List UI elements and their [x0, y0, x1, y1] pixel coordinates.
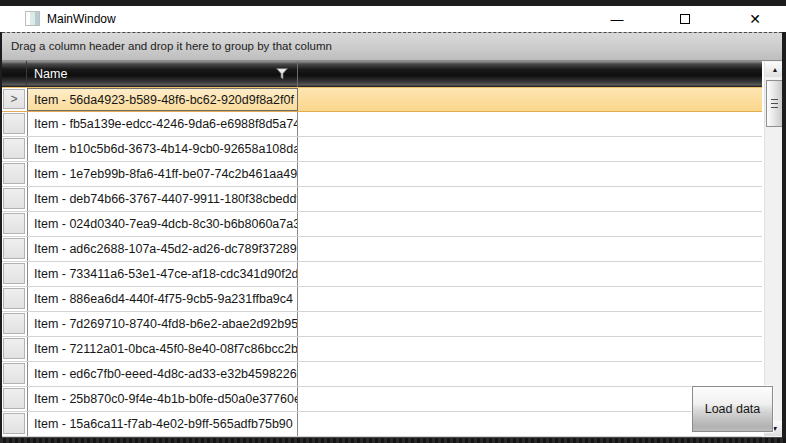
name-cell-text: Item - 1e7eb99b-8fa6-41ff-be07-74c2b461a… [34, 167, 297, 181]
grid-rows: > Item - 56da4923-b589-48f6-bc62-920d9f8… [2, 87, 762, 437]
scrollbar-thumb[interactable] [766, 80, 783, 127]
row-indicator-header [2, 61, 27, 87]
name-cell-text: Item - 25b870c0-9f4e-4b1b-b0fe-d50a0e377… [34, 392, 298, 406]
column-header-label: Name [34, 67, 67, 81]
close-button[interactable]: ✕ [732, 6, 778, 32]
name-cell-text: Item - 733411a6-53e1-47ce-af18-cdc341d90… [34, 267, 298, 281]
data-grid: Name > Item - 56da4923-b589-48f6-bc62-92… [2, 61, 782, 438]
name-cell[interactable]: Item - fb5a139e-edcc-4246-9da6-e6988f8d5… [27, 112, 298, 136]
row-filler [298, 212, 762, 236]
row-indicator[interactable] [2, 137, 27, 161]
row-indicator[interactable] [2, 112, 27, 136]
column-header-name[interactable]: Name [27, 61, 298, 87]
row-indicator[interactable]: > [2, 88, 27, 111]
table-row[interactable]: Item - 72112a01-0bca-45f0-8e40-08f7c86bc… [2, 337, 762, 362]
name-cell[interactable]: Item - 72112a01-0bca-45f0-8e40-08f7c86bc… [27, 337, 298, 361]
table-row[interactable]: Item - ed6c7fb0-eeed-4d8c-ad33-e32b45982… [2, 362, 762, 387]
name-cell[interactable]: Item - ed6c7fb0-eeed-4d8c-ad33-e32b45982… [27, 362, 298, 386]
name-cell[interactable]: Item - 56da4923-b589-48f6-bc62-920d9f8a2… [27, 88, 298, 111]
maximize-icon [680, 14, 690, 24]
name-cell[interactable]: Item - 886ea6d4-440f-4f75-9cb5-9a231ffba… [27, 287, 298, 311]
row-indicator-cell[interactable] [3, 163, 25, 184]
row-filler [298, 237, 762, 261]
row-indicator-cell[interactable] [3, 213, 25, 234]
row-indicator-cell[interactable] [3, 138, 25, 159]
current-row-arrow-icon: > [10, 92, 17, 106]
name-cell[interactable]: Item - 024d0340-7ea9-4dcb-8c30-b6b8060a7… [27, 212, 298, 236]
load-data-button[interactable]: Load data [692, 386, 773, 432]
row-indicator[interactable] [2, 362, 27, 386]
row-indicator-cell[interactable] [3, 388, 25, 409]
table-row[interactable]: Item - 7d269710-8740-4fd8-b6e2-abae2d92b… [2, 312, 762, 337]
row-indicator-cell[interactable] [3, 338, 25, 359]
row-indicator-cell[interactable] [3, 313, 25, 334]
row-indicator-cell[interactable] [3, 238, 25, 259]
row-filler [298, 187, 762, 211]
row-indicator[interactable] [2, 387, 27, 411]
row-filler [298, 162, 762, 186]
row-indicator[interactable] [2, 162, 27, 186]
group-by-panel[interactable]: Drag a column header and drop it here to… [2, 32, 782, 61]
table-row[interactable]: Item - 25b870c0-9f4e-4b1b-b0fe-d50a0e377… [2, 387, 762, 412]
table-row[interactable]: Item - ad6c2688-107a-45d2-ad26-dc789f372… [2, 237, 762, 262]
window-right-edge [782, 32, 786, 443]
minimize-button[interactable]: — [594, 6, 640, 32]
table-row[interactable]: Item - 1e7eb99b-8fa6-41ff-be07-74c2b461a… [2, 162, 762, 187]
row-indicator[interactable] [2, 262, 27, 286]
table-row[interactable]: > Item - 56da4923-b589-48f6-bc62-920d9f8… [2, 87, 762, 112]
scroll-up-icon: ▲ [772, 66, 779, 73]
header-filler [298, 61, 762, 87]
row-indicator[interactable] [2, 237, 27, 261]
filter-funnel-icon[interactable] [276, 68, 288, 80]
name-cell[interactable]: Item - 7d269710-8740-4fd8-b6e2-abae2d92b… [27, 312, 298, 336]
table-row[interactable]: Item - 733411a6-53e1-47ce-af18-cdc341d90… [2, 262, 762, 287]
close-icon: ✕ [749, 11, 761, 27]
table-row[interactable]: Item - 15a6ca11-f7ab-4e02-b9ff-565adfb75… [2, 412, 762, 437]
app-icon [25, 11, 40, 26]
row-filler [298, 362, 762, 386]
row-indicator[interactable] [2, 312, 27, 336]
table-row[interactable]: Item - fb5a139e-edcc-4246-9da6-e6988f8d5… [2, 112, 762, 137]
maximize-button[interactable] [662, 6, 708, 32]
row-indicator[interactable] [2, 212, 27, 236]
row-indicator-cell[interactable] [3, 288, 25, 309]
name-cell-text: Item - 024d0340-7ea9-4dcb-8c30-b6b8060a7… [34, 217, 298, 231]
row-indicator[interactable] [2, 412, 27, 436]
row-indicator-cell[interactable] [3, 413, 25, 434]
name-cell[interactable]: Item - 1e7eb99b-8fa6-41ff-be07-74c2b461a… [27, 162, 298, 186]
name-cell-text: Item - deb74b66-3767-4407-9911-180f38cbe… [34, 192, 298, 206]
table-row[interactable]: Item - 024d0340-7ea9-4dcb-8c30-b6b8060a7… [2, 212, 762, 237]
row-indicator-cell[interactable]: > [3, 89, 25, 109]
window-title: MainWindow [47, 6, 116, 32]
name-cell[interactable]: Item - ad6c2688-107a-45d2-ad26-dc789f372… [27, 237, 298, 261]
name-cell[interactable]: Item - 15a6ca11-f7ab-4e02-b9ff-565adfb75… [27, 412, 298, 436]
table-row[interactable]: Item - b10c5b6d-3673-4b14-9cb0-92658a108… [2, 137, 762, 162]
titlebar[interactable]: MainWindow — ✕ [0, 6, 786, 32]
row-indicator-cell[interactable] [3, 113, 25, 134]
row-filler [298, 312, 762, 336]
name-cell-text: Item - 886ea6d4-440f-4f75-9cb5-9a231ffba… [34, 292, 293, 306]
row-indicator[interactable] [2, 287, 27, 311]
name-cell-text: Item - ed6c7fb0-eeed-4d8c-ad33-e32b45982… [34, 367, 298, 381]
table-row[interactable]: Item - deb74b66-3767-4407-9911-180f38cbe… [2, 187, 762, 212]
row-indicator-cell[interactable] [3, 363, 25, 384]
name-cell-text: Item - fb5a139e-edcc-4246-9da6-e6988f8d5… [34, 117, 298, 131]
name-cell[interactable]: Item - b10c5b6d-3673-4b14-9cb0-92658a108… [27, 137, 298, 161]
table-row[interactable]: Item - 886ea6d4-440f-4f75-9cb5-9a231ffba… [2, 287, 762, 312]
minimize-icon: — [611, 12, 624, 27]
row-indicator-cell[interactable] [3, 188, 25, 209]
name-cell[interactable]: Item - 25b870c0-9f4e-4b1b-b0fe-d50a0e377… [27, 387, 298, 411]
name-cell[interactable]: Item - deb74b66-3767-4407-9911-180f38cbe… [27, 187, 298, 211]
name-cell-text: Item - 72112a01-0bca-45f0-8e40-08f7c86bc… [34, 342, 298, 356]
vertical-scrollbar[interactable]: ▲ ▼ [764, 61, 784, 437]
name-cell[interactable]: Item - 733411a6-53e1-47ce-af18-cdc341d90… [27, 262, 298, 286]
row-indicator-cell[interactable] [3, 263, 25, 284]
grid-header-row: Name [2, 61, 762, 87]
row-indicator[interactable] [2, 337, 27, 361]
row-filler [298, 262, 762, 286]
window-bottom-edge [0, 438, 786, 443]
main-window: MainWindow — ✕ Drag a column header and … [0, 0, 786, 443]
window-left-edge [0, 32, 2, 443]
row-indicator[interactable] [2, 187, 27, 211]
name-cell-text: Item - 7d269710-8740-4fd8-b6e2-abae2d92b… [34, 317, 298, 331]
